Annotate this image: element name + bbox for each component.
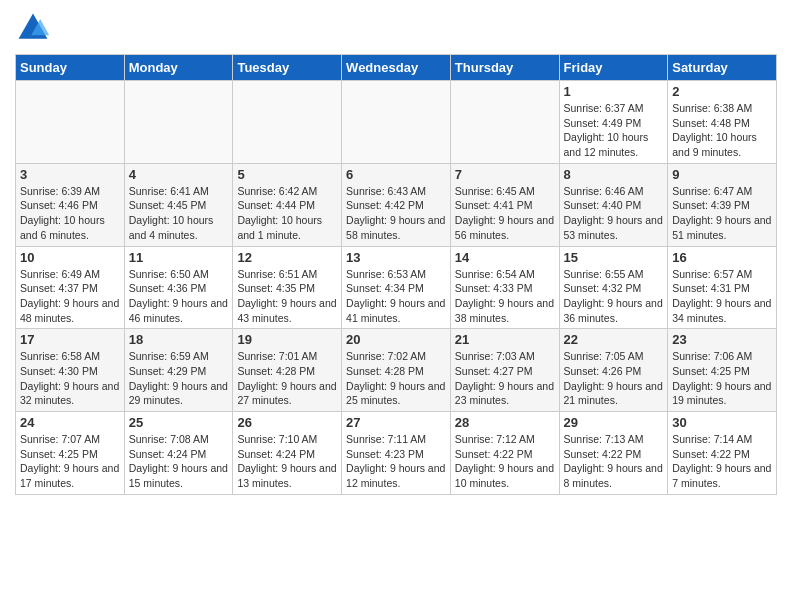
day-cell: 25Sunrise: 7:08 AM Sunset: 4:24 PM Dayli…: [124, 412, 233, 495]
day-info: Sunrise: 6:53 AM Sunset: 4:34 PM Dayligh…: [346, 267, 446, 326]
day-info: Sunrise: 6:38 AM Sunset: 4:48 PM Dayligh…: [672, 101, 772, 160]
week-row-0: 1Sunrise: 6:37 AM Sunset: 4:49 PM Daylig…: [16, 81, 777, 164]
day-number: 13: [346, 250, 446, 265]
day-info: Sunrise: 6:59 AM Sunset: 4:29 PM Dayligh…: [129, 349, 229, 408]
day-number: 17: [20, 332, 120, 347]
day-info: Sunrise: 7:06 AM Sunset: 4:25 PM Dayligh…: [672, 349, 772, 408]
day-cell: 23Sunrise: 7:06 AM Sunset: 4:25 PM Dayli…: [668, 329, 777, 412]
day-info: Sunrise: 6:57 AM Sunset: 4:31 PM Dayligh…: [672, 267, 772, 326]
day-cell: 9Sunrise: 6:47 AM Sunset: 4:39 PM Daylig…: [668, 163, 777, 246]
week-row-2: 10Sunrise: 6:49 AM Sunset: 4:37 PM Dayli…: [16, 246, 777, 329]
day-cell: 26Sunrise: 7:10 AM Sunset: 4:24 PM Dayli…: [233, 412, 342, 495]
day-number: 25: [129, 415, 229, 430]
day-number: 6: [346, 167, 446, 182]
page: SundayMondayTuesdayWednesdayThursdayFrid…: [0, 0, 792, 612]
day-number: 1: [564, 84, 664, 99]
day-info: Sunrise: 7:10 AM Sunset: 4:24 PM Dayligh…: [237, 432, 337, 491]
day-info: Sunrise: 6:46 AM Sunset: 4:40 PM Dayligh…: [564, 184, 664, 243]
day-info: Sunrise: 6:58 AM Sunset: 4:30 PM Dayligh…: [20, 349, 120, 408]
day-cell: 3Sunrise: 6:39 AM Sunset: 4:46 PM Daylig…: [16, 163, 125, 246]
day-info: Sunrise: 7:02 AM Sunset: 4:28 PM Dayligh…: [346, 349, 446, 408]
day-info: Sunrise: 7:05 AM Sunset: 4:26 PM Dayligh…: [564, 349, 664, 408]
day-number: 29: [564, 415, 664, 430]
day-cell: 10Sunrise: 6:49 AM Sunset: 4:37 PM Dayli…: [16, 246, 125, 329]
day-number: 4: [129, 167, 229, 182]
day-cell: 22Sunrise: 7:05 AM Sunset: 4:26 PM Dayli…: [559, 329, 668, 412]
day-info: Sunrise: 6:42 AM Sunset: 4:44 PM Dayligh…: [237, 184, 337, 243]
day-info: Sunrise: 7:07 AM Sunset: 4:25 PM Dayligh…: [20, 432, 120, 491]
day-cell: 8Sunrise: 6:46 AM Sunset: 4:40 PM Daylig…: [559, 163, 668, 246]
day-info: Sunrise: 6:45 AM Sunset: 4:41 PM Dayligh…: [455, 184, 555, 243]
day-info: Sunrise: 7:01 AM Sunset: 4:28 PM Dayligh…: [237, 349, 337, 408]
day-info: Sunrise: 7:03 AM Sunset: 4:27 PM Dayligh…: [455, 349, 555, 408]
day-number: 22: [564, 332, 664, 347]
day-info: Sunrise: 6:54 AM Sunset: 4:33 PM Dayligh…: [455, 267, 555, 326]
day-number: 24: [20, 415, 120, 430]
day-cell: [450, 81, 559, 164]
day-info: Sunrise: 6:37 AM Sunset: 4:49 PM Dayligh…: [564, 101, 664, 160]
day-number: 11: [129, 250, 229, 265]
day-info: Sunrise: 6:49 AM Sunset: 4:37 PM Dayligh…: [20, 267, 120, 326]
logo-icon: [15, 10, 51, 46]
header: [15, 10, 777, 46]
col-header-sunday: Sunday: [16, 55, 125, 81]
day-cell: 2Sunrise: 6:38 AM Sunset: 4:48 PM Daylig…: [668, 81, 777, 164]
day-cell: 15Sunrise: 6:55 AM Sunset: 4:32 PM Dayli…: [559, 246, 668, 329]
col-header-thursday: Thursday: [450, 55, 559, 81]
day-cell: 19Sunrise: 7:01 AM Sunset: 4:28 PM Dayli…: [233, 329, 342, 412]
day-cell: 4Sunrise: 6:41 AM Sunset: 4:45 PM Daylig…: [124, 163, 233, 246]
day-cell: 27Sunrise: 7:11 AM Sunset: 4:23 PM Dayli…: [342, 412, 451, 495]
day-cell: 20Sunrise: 7:02 AM Sunset: 4:28 PM Dayli…: [342, 329, 451, 412]
day-number: 28: [455, 415, 555, 430]
day-cell: 1Sunrise: 6:37 AM Sunset: 4:49 PM Daylig…: [559, 81, 668, 164]
day-number: 5: [237, 167, 337, 182]
week-row-3: 17Sunrise: 6:58 AM Sunset: 4:30 PM Dayli…: [16, 329, 777, 412]
calendar-header-row: SundayMondayTuesdayWednesdayThursdayFrid…: [16, 55, 777, 81]
col-header-monday: Monday: [124, 55, 233, 81]
day-info: Sunrise: 7:14 AM Sunset: 4:22 PM Dayligh…: [672, 432, 772, 491]
day-info: Sunrise: 7:11 AM Sunset: 4:23 PM Dayligh…: [346, 432, 446, 491]
day-info: Sunrise: 6:43 AM Sunset: 4:42 PM Dayligh…: [346, 184, 446, 243]
day-cell: 16Sunrise: 6:57 AM Sunset: 4:31 PM Dayli…: [668, 246, 777, 329]
day-cell: [233, 81, 342, 164]
day-cell: 11Sunrise: 6:50 AM Sunset: 4:36 PM Dayli…: [124, 246, 233, 329]
day-cell: 24Sunrise: 7:07 AM Sunset: 4:25 PM Dayli…: [16, 412, 125, 495]
day-number: 16: [672, 250, 772, 265]
day-cell: [124, 81, 233, 164]
col-header-tuesday: Tuesday: [233, 55, 342, 81]
day-number: 2: [672, 84, 772, 99]
day-info: Sunrise: 6:55 AM Sunset: 4:32 PM Dayligh…: [564, 267, 664, 326]
day-number: 3: [20, 167, 120, 182]
day-cell: 6Sunrise: 6:43 AM Sunset: 4:42 PM Daylig…: [342, 163, 451, 246]
day-info: Sunrise: 7:12 AM Sunset: 4:22 PM Dayligh…: [455, 432, 555, 491]
week-row-4: 24Sunrise: 7:07 AM Sunset: 4:25 PM Dayli…: [16, 412, 777, 495]
week-row-1: 3Sunrise: 6:39 AM Sunset: 4:46 PM Daylig…: [16, 163, 777, 246]
day-cell: 5Sunrise: 6:42 AM Sunset: 4:44 PM Daylig…: [233, 163, 342, 246]
day-cell: [16, 81, 125, 164]
day-number: 30: [672, 415, 772, 430]
day-cell: 13Sunrise: 6:53 AM Sunset: 4:34 PM Dayli…: [342, 246, 451, 329]
day-cell: 12Sunrise: 6:51 AM Sunset: 4:35 PM Dayli…: [233, 246, 342, 329]
day-number: 20: [346, 332, 446, 347]
col-header-saturday: Saturday: [668, 55, 777, 81]
day-info: Sunrise: 6:41 AM Sunset: 4:45 PM Dayligh…: [129, 184, 229, 243]
day-cell: 28Sunrise: 7:12 AM Sunset: 4:22 PM Dayli…: [450, 412, 559, 495]
day-info: Sunrise: 6:39 AM Sunset: 4:46 PM Dayligh…: [20, 184, 120, 243]
day-number: 7: [455, 167, 555, 182]
day-info: Sunrise: 7:08 AM Sunset: 4:24 PM Dayligh…: [129, 432, 229, 491]
day-number: 23: [672, 332, 772, 347]
day-number: 8: [564, 167, 664, 182]
day-number: 10: [20, 250, 120, 265]
day-number: 27: [346, 415, 446, 430]
day-info: Sunrise: 6:50 AM Sunset: 4:36 PM Dayligh…: [129, 267, 229, 326]
col-header-friday: Friday: [559, 55, 668, 81]
day-info: Sunrise: 6:51 AM Sunset: 4:35 PM Dayligh…: [237, 267, 337, 326]
day-number: 12: [237, 250, 337, 265]
day-number: 21: [455, 332, 555, 347]
col-header-wednesday: Wednesday: [342, 55, 451, 81]
day-cell: 14Sunrise: 6:54 AM Sunset: 4:33 PM Dayli…: [450, 246, 559, 329]
day-number: 26: [237, 415, 337, 430]
day-info: Sunrise: 7:13 AM Sunset: 4:22 PM Dayligh…: [564, 432, 664, 491]
day-cell: 21Sunrise: 7:03 AM Sunset: 4:27 PM Dayli…: [450, 329, 559, 412]
day-cell: 29Sunrise: 7:13 AM Sunset: 4:22 PM Dayli…: [559, 412, 668, 495]
